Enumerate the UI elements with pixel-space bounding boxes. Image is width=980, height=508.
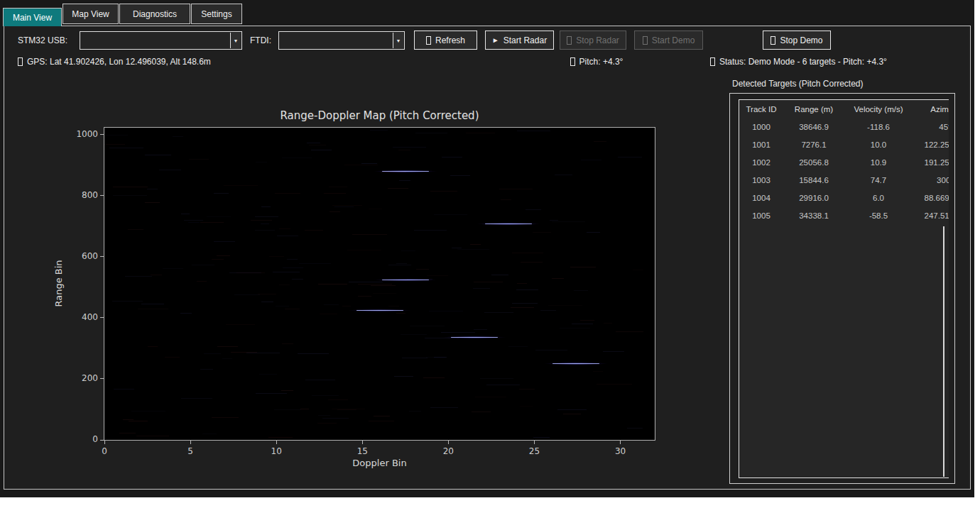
- start-radar-button[interactable]: ► Start Radar: [485, 31, 554, 50]
- targets-group-title: Detected Targets (Pitch Corrected): [732, 79, 864, 89]
- x-tick-mark: [448, 441, 449, 444]
- y-tick-mark: [100, 134, 104, 135]
- pitch-indicator: Pitch: +4.3°: [554, 57, 639, 67]
- stop-demo-button-label: Stop Demo: [780, 35, 822, 45]
- chevron-down-icon[interactable]: ▼: [230, 33, 241, 48]
- table-cell: 6.0: [844, 189, 913, 207]
- x-tick-label: 30: [606, 446, 635, 456]
- refresh-button-label: Refresh: [435, 35, 465, 45]
- status-message: Status: Demo Mode - 6 targets - Pitch: +…: [710, 57, 887, 67]
- table-row[interactable]: 100225056.810.9191.25527°: [739, 154, 949, 172]
- start-radar-button-label: Start Radar: [503, 35, 547, 45]
- radar-streak: [435, 336, 513, 339]
- tab-map-view[interactable]: Map View: [62, 4, 119, 24]
- table-row[interactable]: 10017276.110.0122.25106°: [739, 136, 949, 154]
- x-tick-label: 25: [520, 446, 548, 456]
- y-tick-label: 800: [68, 190, 98, 200]
- gps-status: GPS: Lat 41.902426, Lon 12.496039, Alt 1…: [18, 57, 211, 67]
- missing-glyph-icon: [643, 36, 648, 45]
- radar-streak: [537, 362, 615, 365]
- tab-diagnostics[interactable]: Diagnostics: [119, 4, 190, 24]
- y-tick-mark: [100, 317, 104, 318]
- screen: Main View Map View Diagnostics Settings …: [0, 0, 980, 508]
- column-header: Azimuth: [913, 100, 949, 118]
- column-header: Range (m): [783, 100, 844, 118]
- table-cell: 88.669983°: [913, 189, 949, 207]
- table-cell: 7276.1: [783, 136, 844, 154]
- y-axis-label: Range Bin: [53, 213, 64, 355]
- heatmap-plot-area: [104, 127, 655, 441]
- ftdi-label: FTDI:: [250, 35, 271, 45]
- tab-main-view[interactable]: Main View: [3, 8, 62, 26]
- table-cell: 300°: [913, 172, 949, 189]
- table-cell: 1005: [739, 207, 783, 225]
- x-tick-mark: [362, 441, 363, 444]
- table-cell: 1003: [739, 172, 783, 189]
- y-tick-label: 200: [68, 373, 98, 383]
- y-tick-label: 0: [68, 434, 98, 444]
- table-cell: 15844.6: [783, 172, 844, 189]
- y-tick-label: 1000: [68, 129, 98, 139]
- x-tick-mark: [620, 441, 621, 444]
- x-tick-label: 10: [262, 446, 290, 456]
- targets-table: Track IDRange (m)Velocity (m/s)Azimuth10…: [739, 99, 949, 478]
- table-scrollbar[interactable]: [943, 226, 944, 477]
- stop-radar-button[interactable]: Stop Radar: [560, 31, 626, 50]
- table-cell: 45°: [913, 118, 949, 136]
- table-header-row: Track IDRange (m)Velocity (m/s)Azimuth: [739, 100, 949, 118]
- stop-demo-button[interactable]: Stop Demo: [763, 31, 831, 50]
- x-axis-label: Doppler Bin: [104, 458, 655, 468]
- table-cell: -118.6: [844, 118, 913, 136]
- chart-title: Range-Doppler Map (Pitch Corrected): [104, 109, 655, 122]
- missing-glyph-icon: [570, 57, 575, 66]
- table-cell: 191.25527°: [913, 154, 949, 172]
- missing-glyph-icon: [18, 57, 23, 66]
- x-tick-label: 20: [434, 446, 462, 456]
- table-row[interactable]: 100315844.674.7300°: [739, 172, 949, 189]
- column-header: Track ID: [739, 100, 783, 118]
- refresh-button[interactable]: Refresh: [414, 31, 477, 50]
- radar-streak: [469, 222, 548, 226]
- stop-radar-button-label: Stop Radar: [576, 35, 619, 45]
- chevron-down-icon[interactable]: ▼: [393, 33, 403, 48]
- table-cell: 122.25106°: [913, 136, 949, 154]
- table-cell: 29916.0: [783, 189, 844, 207]
- app-window: Main View Map View Diagnostics Settings …: [0, 0, 974, 497]
- table-cell: 34338.1: [783, 207, 844, 225]
- x-tick-label: 15: [348, 446, 376, 456]
- table-cell: 1002: [739, 154, 783, 172]
- y-tick-mark: [100, 378, 104, 379]
- table-row[interactable]: 100038646.9-118.645°: [739, 118, 949, 136]
- table-row[interactable]: 100429916.06.088.669983°: [739, 189, 949, 207]
- stm32-port-combobox[interactable]: ▼: [80, 31, 242, 50]
- missing-glyph-icon: [567, 36, 572, 45]
- y-tick-label: 600: [68, 251, 98, 261]
- x-tick-mark: [104, 441, 105, 444]
- y-tick-mark: [100, 195, 104, 196]
- ftdi-port-combobox[interactable]: ▼: [278, 31, 405, 50]
- missing-glyph-icon: [710, 57, 715, 66]
- missing-glyph-icon: [426, 36, 431, 45]
- radar-streak: [366, 278, 445, 282]
- x-tick-label: 0: [90, 446, 119, 456]
- stm32-usb-label: STM32 USB:: [18, 35, 67, 45]
- x-tick-mark: [276, 441, 277, 444]
- tab-settings[interactable]: Settings: [191, 4, 242, 24]
- y-tick-mark: [100, 440, 104, 441]
- x-tick-mark: [534, 441, 535, 444]
- radar-streak: [341, 309, 419, 312]
- start-demo-button[interactable]: Start Demo: [634, 31, 703, 50]
- column-header: Velocity (m/s): [844, 100, 913, 118]
- table-cell: 10.0: [844, 136, 913, 154]
- table-cell: 25056.8: [783, 154, 844, 172]
- x-tick-label: 5: [176, 446, 205, 456]
- table-cell: 1000: [739, 118, 783, 136]
- table-cell: 247.51049°: [913, 207, 949, 225]
- y-tick-label: 400: [68, 312, 98, 322]
- table-cell: 74.7: [844, 172, 913, 189]
- missing-glyph-icon: [771, 36, 775, 45]
- table-cell: 1001: [739, 136, 783, 154]
- table-row[interactable]: 100534338.1-58.5247.51049°: [739, 207, 949, 225]
- x-tick-mark: [190, 441, 191, 444]
- y-tick-mark: [100, 256, 104, 257]
